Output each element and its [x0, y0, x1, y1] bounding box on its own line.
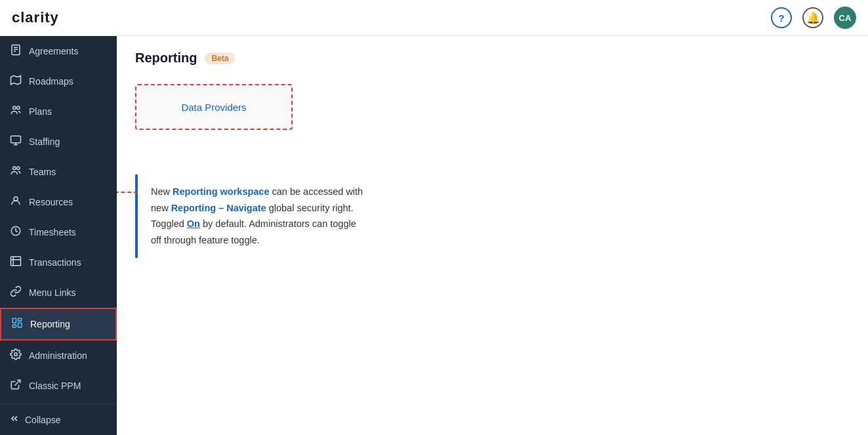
roadmaps-icon	[9, 74, 22, 89]
sidebar-item-label: Transactions	[29, 257, 108, 268]
svg-line-21	[15, 380, 20, 385]
collapse-label: Collapse	[25, 415, 60, 425]
app-logo: clarity	[12, 9, 59, 26]
svg-rect-18	[18, 323, 22, 327]
agreements-icon	[9, 44, 22, 58]
sidebar-item-label: Reporting	[30, 319, 106, 329]
sidebar-item-label: Menu Links	[29, 287, 108, 298]
timesheets-icon	[9, 225, 22, 239]
data-providers-label: Data Providers	[181, 102, 246, 113]
reporting-icon	[10, 317, 24, 331]
notification-button[interactable]: 🔔	[802, 7, 823, 28]
data-providers-card[interactable]: Data Providers	[135, 84, 293, 130]
sidebar-item-reporting[interactable]: Reporting	[0, 308, 117, 341]
sidebar-item-teams[interactable]: Teams	[0, 157, 117, 187]
beta-badge: Beta	[205, 52, 235, 64]
svg-point-9	[13, 167, 16, 170]
svg-point-20	[14, 353, 18, 356]
collapse-button[interactable]: Collapse	[0, 404, 117, 435]
collapse-icon	[9, 413, 20, 426]
svg-point-11	[14, 197, 18, 201]
main-content: Reporting Beta Data Providers	[117, 36, 868, 435]
svg-rect-19	[12, 325, 16, 327]
sidebar-item-agreements[interactable]: Agreements	[0, 36, 117, 66]
classic-ppm-icon	[9, 379, 22, 393]
info-line3-prefix: Toggled	[151, 218, 187, 229]
sidebar-item-label: Administration	[29, 350, 108, 361]
sidebar-item-timesheets[interactable]: Timesheets	[0, 217, 117, 247]
svg-point-4	[13, 106, 16, 110]
resources-icon	[9, 195, 22, 209]
svg-point-5	[17, 106, 20, 110]
sidebar-item-roadmaps[interactable]: Roadmaps	[0, 66, 117, 96]
info-text: New Reporting workspace can be accessed …	[151, 184, 363, 249]
transactions-icon	[9, 255, 22, 270]
card-area: Data Providers	[117, 77, 868, 148]
on-link[interactable]: On	[187, 218, 200, 229]
svg-rect-17	[18, 318, 22, 321]
info-line2-suffix: global security right.	[266, 203, 354, 213]
dashed-line	[117, 192, 138, 193]
sidebar-item-label: Plans	[29, 106, 108, 117]
info-line1-prefix: New	[151, 186, 173, 197]
sidebar-item-label: Teams	[29, 167, 108, 177]
svg-rect-13	[11, 257, 21, 266]
sidebar-item-resources[interactable]: Resources	[0, 187, 117, 217]
svg-point-10	[17, 167, 20, 170]
sidebar-item-label: Roadmaps	[29, 76, 108, 87]
page-title: Reporting	[135, 51, 197, 66]
menu-links-icon	[9, 285, 22, 300]
sidebar-item-label: Resources	[29, 197, 108, 207]
svg-rect-16	[12, 318, 16, 323]
avatar[interactable]: CA	[834, 7, 856, 29]
app-header: clarity ? 🔔 CA	[0, 0, 868, 36]
reporting-navigate-link[interactable]: Reporting – Navigate	[171, 203, 266, 213]
help-button[interactable]: ?	[771, 7, 792, 28]
info-line4: off through feature toggle.	[151, 235, 260, 245]
reporting-workspace-link[interactable]: Reporting workspace	[173, 186, 269, 197]
page-header: Reporting Beta	[117, 36, 868, 77]
sidebar-item-administration[interactable]: Administration	[0, 341, 117, 371]
body-layout: Agreements Roadmaps Plans Staffing Teams	[0, 36, 868, 435]
staffing-icon	[9, 135, 22, 149]
info-line1-suffix: can be accessed with	[270, 186, 363, 197]
teams-icon	[9, 165, 22, 179]
svg-rect-6	[11, 136, 21, 143]
sidebar-item-plans[interactable]: Plans	[0, 96, 117, 127]
sidebar-item-transactions[interactable]: Transactions	[0, 247, 117, 278]
administration-icon	[9, 348, 22, 363]
info-box: New Reporting workspace can be accessed …	[135, 175, 376, 258]
info-line2-prefix: new	[151, 203, 171, 213]
plans-icon	[9, 104, 22, 119]
sidebar-item-label: Agreements	[29, 46, 108, 56]
sidebar-item-classic-ppm[interactable]: Classic PPM	[0, 371, 117, 401]
sidebar-item-label: Timesheets	[29, 227, 108, 238]
header-icons: ? 🔔 CA	[771, 7, 856, 29]
sidebar-item-label: Staffing	[29, 136, 108, 147]
sidebar-item-label: Classic PPM	[29, 381, 108, 391]
info-line3-suffix: by default. Administrators can toggle	[200, 218, 356, 229]
sidebar-item-menu-links[interactable]: Menu Links	[0, 278, 117, 308]
annotation-arrow	[117, 189, 138, 196]
sidebar: Agreements Roadmaps Plans Staffing Teams	[0, 36, 117, 435]
sidebar-item-staffing[interactable]: Staffing	[0, 127, 117, 157]
